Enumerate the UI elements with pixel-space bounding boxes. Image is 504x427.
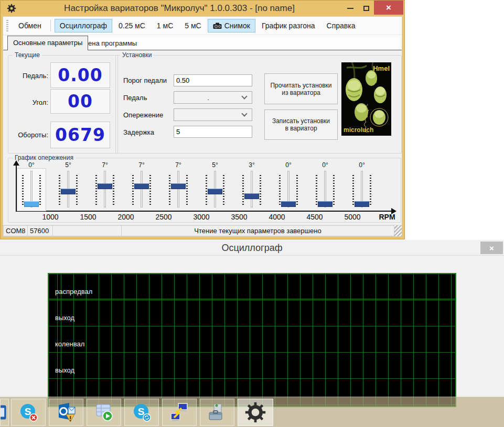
menu-1ms[interactable]: 1 мС (152, 19, 178, 32)
camera-icon (213, 23, 222, 29)
rpm-tick-label: 3000 (186, 213, 217, 221)
taskbar-gear-settings[interactable] (238, 399, 273, 426)
oscilloscope-close-button[interactable]: × (480, 242, 503, 254)
write-settings-button[interactable]: Записать установки в вариатор (264, 110, 338, 140)
app-partial-icon (0, 403, 8, 421)
advance-slider[interactable] (17, 169, 46, 211)
slider-ticks (260, 175, 261, 205)
menu-5ms[interactable]: 5 мС (179, 19, 206, 32)
slider-thumb[interactable] (171, 183, 186, 189)
microluch-brand: microluch (344, 126, 373, 134)
main-window: Настройка вариаторов "Микролуч" 1.0.0.30… (0, 0, 405, 239)
advance-slider-unit-2500: 7° (127, 161, 156, 211)
slider-ticks (113, 175, 114, 205)
advance-slider[interactable] (91, 169, 119, 211)
group-settings-title: Установки (120, 51, 154, 59)
slider-thumb[interactable] (98, 183, 112, 189)
angle-label: Угол: (0, 98, 48, 106)
window-title: Настройка вариаторов "Микролуч" 1.0.0.30… (16, 3, 342, 14)
slider-ticks (59, 175, 60, 205)
slider-degree-label: 7° (164, 161, 192, 169)
taskbar-toolbox[interactable] (200, 399, 234, 426)
read-settings-button[interactable]: Прочитать установки из вариатора (264, 73, 338, 104)
slider-degree-label: 0° (274, 161, 303, 169)
taskbar-remote-connection[interactable] (162, 399, 197, 426)
advance-slider[interactable] (348, 169, 376, 211)
rpm-tick-label: 1000 (35, 213, 66, 221)
resize-grip[interactable] (394, 225, 402, 236)
taskbar-app-partial[interactable] (0, 399, 9, 426)
slider-ticks (333, 175, 335, 205)
menu-snapshot[interactable]: Снимок (208, 19, 255, 32)
advance-slider-unit-5000: 0° (311, 161, 339, 211)
gear-settings-icon (245, 402, 266, 423)
slider-thumb[interactable] (318, 201, 333, 207)
slider-track (141, 171, 143, 207)
advance-slider[interactable] (127, 169, 156, 211)
rpm-tick-label: 5000 (337, 213, 368, 221)
remote-connection-icon (169, 402, 190, 423)
taskbar-skype-sync[interactable]: S (124, 399, 159, 426)
slider-degree-label: 0° (311, 161, 339, 169)
menu-oscilloscope[interactable]: Осциллограф (55, 19, 112, 32)
taskbar-skype-offline[interactable]: S (11, 399, 46, 426)
oscilloscope-grid: распредвал выход коленвал выход (48, 273, 456, 407)
slider-thumb[interactable] (244, 193, 259, 199)
group-current: Текущие Педаль: 0.00 Угол: 00 Обороты: 0… (8, 55, 118, 154)
toolbox-icon (207, 402, 228, 423)
slider-degree-label: 0° (17, 161, 46, 169)
oscilloscope-title: Осциллограф (0, 240, 504, 256)
slider-ticks (149, 175, 151, 205)
oscilloscope-titlebar[interactable]: Осциллограф × (0, 240, 504, 256)
menu-acceleration-graph[interactable]: График разгона (256, 19, 320, 32)
group-advance-graph: График опережения 0° 5° (8, 158, 401, 223)
advance-slider-unit-max: 0° (348, 161, 376, 211)
advance-slider-unit-1500: 5° (54, 161, 82, 211)
slider-thumb[interactable] (61, 189, 76, 194)
hmel-logo-image: Hmel microluch (341, 62, 391, 136)
advance-slider[interactable] (274, 169, 303, 211)
slider-degree-label: 5° (54, 161, 82, 169)
menu-exchange[interactable]: Обмен (13, 19, 47, 32)
delay-label: Задержка (123, 128, 154, 136)
delay-input[interactable] (174, 126, 269, 137)
taskbar-table-run[interactable] (87, 399, 121, 426)
toolbar-grip[interactable] (6, 20, 8, 31)
slider-thumb[interactable] (355, 201, 369, 207)
advance-slider[interactable] (311, 169, 339, 211)
slider-ticks (39, 175, 41, 205)
skype-offline-icon: S (18, 402, 39, 423)
menu-help[interactable]: Справка (321, 19, 361, 32)
advance-slider[interactable] (164, 169, 192, 211)
slider-thumb[interactable] (24, 201, 39, 207)
advance-combo[interactable] (174, 108, 252, 121)
pedal-threshold-input[interactable] (174, 75, 269, 86)
pedal-threshold-label: Порог педали (123, 76, 167, 84)
status-port: COM8 (3, 225, 28, 236)
pedal-combo[interactable]: . (174, 91, 252, 104)
slider-thumb[interactable] (134, 183, 149, 189)
titlebar[interactable]: Настройка вариаторов "Микролуч" 1.0.0.30… (1, 1, 404, 16)
taskbar-outlook-alert[interactable] (49, 399, 83, 426)
window-body: Обмен Осциллограф 0.25 мС 1 мС 5 мС Сним… (3, 16, 402, 237)
group-settings: Установки Порог педали Педаль . Опережен… (115, 55, 402, 154)
maximize-button[interactable] (358, 2, 374, 15)
slider-ticks (95, 175, 97, 205)
pedal-combo-label: Педаль (123, 94, 147, 102)
slider-thumb[interactable] (208, 189, 222, 194)
taskbar: S S (0, 397, 504, 427)
advance-slider-unit-3500: 5° (201, 161, 229, 211)
minimize-button[interactable] (342, 2, 358, 15)
advance-slider[interactable] (54, 169, 82, 211)
tab-main-parameters[interactable]: Основные параметры (7, 36, 88, 50)
slider-track (104, 171, 106, 207)
advance-slider[interactable] (201, 169, 229, 211)
advance-slider[interactable] (238, 169, 266, 211)
close-icon: × (489, 244, 494, 253)
rpm-tick-label: 2500 (148, 213, 179, 221)
slider-degree-label: 7° (91, 161, 119, 169)
toolbar-separator (50, 20, 51, 31)
slider-thumb[interactable] (281, 201, 296, 207)
menu-025ms[interactable]: 0.25 мС (113, 19, 151, 32)
close-button[interactable]: × (374, 1, 403, 15)
